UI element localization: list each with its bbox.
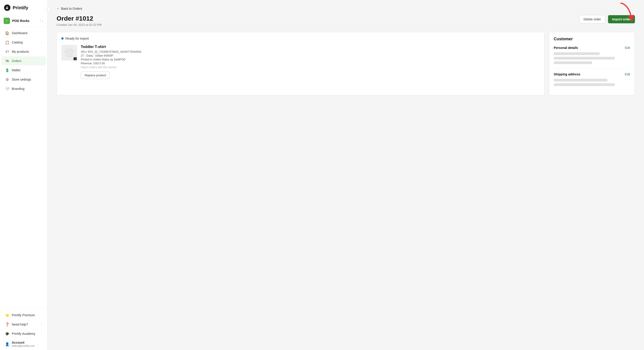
sidebar-item-label-my-products: My products [12,50,42,54]
product-name: Toddler T-shirt [81,45,540,49]
store-chevron-icon: ⌃⌄ [39,19,44,23]
shipping-detail-blur-1 [554,79,607,82]
help-chevron-icon: › [42,323,42,326]
product-variant: 2T · Daisy · Gildan 64500P [81,54,540,57]
shipping-address-label: Shipping address [554,73,580,76]
back-to-orders-button[interactable]: ← Back to Orders [56,7,82,11]
tag-icon: 🏷 [5,49,10,54]
personal-details-label: Personal details [554,46,578,50]
sidebar-item-premium[interactable]: ⭐ Printify Premium [1,311,46,320]
customer-card: Customer Personal details Edit Shipping … [549,32,635,95]
back-to-orders-label: Back to Orders [61,7,82,11]
account-icon: 👤 [5,342,10,346]
personal-detail-blur-3 [554,61,592,64]
orders-icon: 🛍 [5,59,10,63]
product-row: 1 Toddler T-shirt SKU: EPV_ID_7253897576… [61,45,540,79]
personal-details-edit-link[interactable]: Edit [625,46,630,50]
sidebar-item-label-academy: Printify Academy [12,332,39,335]
sidebar-item-label-branding: Branding [12,87,42,91]
product-revenue: Revenue: USD 0.00 [81,62,540,65]
store-icon-emoji: 🟢 [5,19,8,23]
red-arrow-indicator [616,3,634,22]
sidebar-item-catalog[interactable]: 📋 Catalog › [1,38,46,47]
wallet-chevron-icon: › [42,69,42,72]
sidebar-bottom: ⭐ Printify Premium ❓ Need help? › 🎓 Prin… [0,308,47,350]
sidebar-item-dashboard[interactable]: 🏠 Dashboard [1,29,46,38]
sidebar-item-help[interactable]: ❓ Need help? › [1,320,46,329]
page-header: Order #1012 Created Jan 04, 2023 at 02:3… [56,15,635,27]
sidebar-item-label-help: Need help? [12,323,39,326]
store-name: POD Rocks [12,19,37,23]
order-title: Order #1012 [56,15,102,22]
content-row: Ready for import 1 Toddler T-shirt SKU: … [56,32,635,95]
sidebar-item-store-settings[interactable]: ⚙ Store settings [1,75,46,84]
sidebar-item-label-store-settings: Store settings [12,78,42,81]
delete-order-button[interactable]: Delete order [579,15,605,24]
svg-text:🖨: 🖨 [5,6,8,10]
product-import-note: Import orders with this variant [81,66,540,69]
catalog-chevron-icon: › [42,41,42,44]
order-created: Created Jan 04, 2023 at 02:33 PM [56,23,102,27]
store-selector[interactable]: 🟢 POD Rocks ⌃⌄ [0,16,47,27]
sidebar-item-orders[interactable]: 🛍 Orders [1,56,46,66]
order-card: Ready for import 1 Toddler T-shirt SKU: … [56,32,544,95]
help-icon: ❓ [5,322,10,327]
store-icon: 🟢 [4,18,10,24]
status-text: Ready for import [66,37,89,40]
product-info: Toddler T-shirt SKU: EPV_ID_725389757663… [81,45,540,79]
account-chevron-icon: › [37,343,38,345]
sidebar-item-label-orders: Orders [12,59,42,63]
product-quantity-badge: 1 [74,57,77,60]
shipping-address-section: Shipping address Edit [554,73,630,86]
main-content: ← Back to Orders Order #1012 Created Jan… [48,0,644,350]
home-icon: 🏠 [5,31,10,35]
account-info: Account video@printify.com [12,341,34,347]
customer-title: Customer [554,37,630,42]
red-arrow-svg [616,3,634,21]
wallet-icon: 💲 [5,68,10,73]
customer-divider [554,69,630,69]
personal-detail-blur-2 [554,57,615,60]
status-dot [61,37,64,40]
sidebar-item-label-premium: Printify Premium [12,313,42,317]
product-image: 1 [61,45,77,61]
header-actions: Delete order Import order [579,15,635,24]
sidebar-item-wallet[interactable]: 💲 Wallet › [1,66,46,75]
sidebar-nav: 🏠 Dashboard 📋 Catalog › 🏷 My products 🛍 … [0,28,47,94]
catalog-icon: 📋 [5,40,10,45]
settings-icon: ⚙ [5,77,10,82]
account-name: Account [12,341,34,344]
logo: 🖨 Printify [0,0,47,16]
premium-icon: ⭐ [5,313,10,317]
replace-product-button[interactable]: Replace product [81,72,110,79]
status-row: Ready for import [61,37,540,40]
printify-logo-icon: 🖨 [4,4,11,11]
branding-icon: 🤍 [5,87,10,91]
sidebar-item-account[interactable]: 👤 Account video@printify.com › [1,338,46,350]
product-print-location: Printed in United States by SwiftPOD [81,58,540,61]
logo-text: Printify [13,5,28,11]
order-info: Order #1012 Created Jan 04, 2023 at 02:3… [56,15,102,27]
sidebar-collapse-button[interactable]: ‹ [44,6,50,12]
sidebar-item-branding[interactable]: 🤍 Branding [1,84,46,93]
product-sku: SKU: EPV_ID_7253897576632_42045775544504 [81,50,540,54]
personal-detail-blur-1 [554,52,600,55]
academy-icon: 🎓 [5,331,10,336]
academy-chevron-icon: › [42,332,42,335]
sidebar-item-label-wallet: Wallet [12,68,39,72]
sidebar-item-my-products[interactable]: 🏷 My products [1,47,46,56]
sidebar: 🖨 Printify ‹ 🟢 POD Rocks ⌃⌄ 🏠 Dashboard … [0,0,48,350]
shipping-address-header: Shipping address Edit [554,73,630,76]
sidebar-item-label-dashboard: Dashboard [12,31,42,35]
personal-details-header: Personal details Edit [554,46,630,50]
account-email: video@printify.com [12,344,34,347]
tshirt-icon [64,47,75,58]
shipping-detail-blur-2 [554,83,615,86]
personal-details-section: Personal details Edit [554,46,630,64]
back-arrow-icon: ← [56,7,60,11]
shipping-address-edit-link[interactable]: Edit [625,73,630,76]
sidebar-item-label-catalog: Catalog [12,41,39,44]
sidebar-item-academy[interactable]: 🎓 Printify Academy › [1,329,46,338]
import-button-container: Import order [608,15,635,23]
